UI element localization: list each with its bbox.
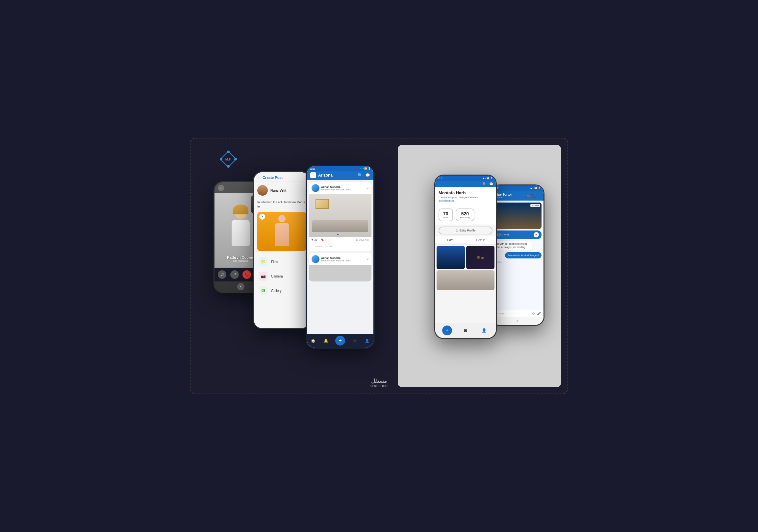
post-username: Nunc Velit [270, 189, 286, 192]
create-post-header: ← Create Post [254, 172, 310, 182]
profile-img-art [466, 246, 495, 269]
likes-count: 20 [315, 238, 318, 241]
profile-img-ocean [436, 246, 465, 269]
chevron-up-icon[interactable]: ∧ [516, 318, 519, 323]
profile-stats: 70 Post 520 Following [435, 205, 496, 224]
options-list: 📁 Files 📷 Camera 🖼 Gallery [254, 253, 310, 328]
play-button[interactable]: ▶ [534, 232, 539, 237]
image-badge: 10.44 M [530, 204, 540, 207]
post-user-1: Adrian Gonzala Hendrerit Nec Fringilla L… [312, 184, 351, 192]
phone-icon[interactable]: 📞 [532, 194, 535, 198]
speaker-button[interactable]: 🔊 [218, 270, 226, 279]
feed-header-icons: 🔍 💬 [358, 173, 370, 178]
like-section-1[interactable]: ♥ 20 🔖 [312, 238, 324, 241]
svg-text:M.H: M.H [225, 157, 231, 161]
attachment-icon[interactable]: 📎 [531, 312, 535, 315]
dot-active [337, 234, 338, 235]
mute-button[interactable]: 🎤 [230, 270, 239, 279]
feed-nav: 🏠 🔔 + ⊞ 👤 [307, 334, 373, 348]
chat-messages: 10.44 M [491, 201, 543, 310]
search-icon[interactable]: 🔍 [358, 173, 362, 178]
posts-label: Post [443, 216, 448, 219]
nav-notifications[interactable]: 🔔 [323, 337, 330, 344]
voice-duration: 00:15 [504, 234, 509, 236]
feed-scroll: Adrian Gonzala Hendrerit Nec Fringilla L… [307, 180, 373, 334]
files-option[interactable]: 📁 Files [254, 254, 310, 269]
typing-indicator: typing... [493, 260, 541, 264]
profile-icons-row: 🔍 💬 [435, 181, 496, 187]
chat-nav: ∧ [491, 317, 543, 325]
svg-point-3 [220, 158, 223, 160]
comment-box-1[interactable]: Write A Comment... [312, 244, 369, 249]
chat-image: 10.44 M [493, 203, 541, 229]
back-arrow-icon[interactable]: ← [257, 176, 260, 180]
close-call-button[interactable]: ✕ [237, 283, 244, 290]
watermark-arabic: مستقل [370, 378, 389, 384]
back-button[interactable]: ← [218, 185, 224, 191]
image-preview: ✕ ⌄ [257, 212, 306, 251]
post-close-2[interactable]: ✕ [366, 257, 369, 261]
profile-nav-user[interactable]: 👤 [479, 325, 489, 335]
gallery-option[interactable]: 🖼 Gallery [254, 283, 310, 298]
stat-following: 520 Following [456, 209, 475, 221]
post-text: In Interdum In Lect Habitasse Metus. In [254, 199, 310, 210]
post-username-1: Adrian Gonzala [321, 185, 351, 188]
profile-handle[interactable]: @Suspendisse [438, 200, 493, 202]
watermark: مستقل mostaql.com [370, 378, 389, 388]
profile-search-icon[interactable]: 🔍 [483, 182, 487, 186]
chat-icon[interactable]: 💬 [365, 173, 370, 178]
phone-create-post: ← Create Post Nunc Velit In Interdum In … [253, 171, 311, 329]
profile-images-grid [435, 245, 496, 323]
tab-post[interactable]: Post [435, 236, 465, 244]
svg-point-1 [227, 150, 230, 153]
nav-add-button[interactable]: + [335, 336, 345, 346]
profile-nav-add[interactable]: + [442, 325, 452, 335]
following-count: 520 [460, 211, 470, 216]
chat-input-area: Message 📎 🎤 [491, 310, 543, 317]
post-user-2: Adrian Gonzala Hendrerit Nec Fringilla L… [312, 255, 351, 263]
more-icon[interactable]: ⋮ [537, 194, 541, 198]
message-input[interactable]: Message [494, 312, 530, 315]
post-image-1 [309, 194, 371, 237]
camera-option[interactable]: 📷 Camera [254, 269, 310, 283]
profile-tabs: Post Details [435, 236, 496, 245]
create-post-title: Create Post [262, 176, 283, 180]
camera-icon: 📷 [258, 272, 268, 281]
post-user-preview: Nunc Velit [254, 182, 310, 199]
chat-header: Vitae Tortor Online ● 📹 📞 ⋮ [491, 191, 543, 201]
profile-role: UX/UI Designer | Google Certified [438, 196, 493, 199]
post-subtitle-1: Hendrerit Nec Fringilla Lacus [321, 188, 351, 191]
heart-icon: ♥ [312, 238, 313, 241]
post-close-1[interactable]: ✕ [366, 186, 369, 190]
voice-message[interactable]: 00:15 ▶ [493, 230, 541, 239]
nav-grid[interactable]: ⊞ [351, 337, 358, 344]
expand-icon: ⌄ [302, 246, 304, 249]
edit-profile-button[interactable]: ⊙ Edite Profile [438, 226, 493, 234]
phones-container: ← 00:23 [207, 165, 551, 377]
watermark-domain: mostaql.com [370, 384, 389, 388]
phone-chat: 11:11 ▲ ▪ 📶 🔋 Vitae Tortor Online ● 📹 📞 … [490, 184, 544, 326]
post-header-2: Adrian Gonzala Hendrerit Nec Fringilla L… [309, 253, 371, 265]
post-image-2 [309, 265, 371, 282]
bookmark-icon[interactable]: 🔖 [321, 238, 324, 241]
files-icon: 📁 [258, 257, 268, 266]
profile-chat-icon[interactable]: 💬 [489, 182, 493, 186]
profile-img-sofa [436, 270, 495, 290]
tab-details[interactable]: Details [466, 236, 496, 244]
post-dots-1 [337, 234, 343, 235]
nav-profile[interactable]: 👤 [363, 337, 371, 344]
end-call-button[interactable]: 📞 [242, 270, 251, 279]
video-icon[interactable]: 📹 [526, 194, 530, 198]
profile-nav: + ⊞ 👤 [435, 323, 496, 338]
post-subtitle-2: Hendrerit Nec Fringilla Lacus [321, 259, 351, 262]
status-bar-icons: ▲ ▪ 📶 🔋 [360, 167, 371, 170]
post-actions-1: ♥ 20 🔖 10 Days Ago [309, 237, 371, 243]
profile-status-time: 11:11 [438, 177, 444, 180]
outer-frame: M.H ← 00:23 [190, 138, 568, 394]
profile-nav-grid[interactable]: ⊞ [461, 325, 470, 335]
mic-icon[interactable]: 🎤 [537, 312, 541, 315]
phone-feed: 11:11 ▲ ▪ 📶 🔋 Arizona 🔍 💬 [306, 165, 375, 349]
post-header-1: Adrian Gonzala Hendrerit Nec Fringilla L… [309, 182, 371, 194]
chat-header-icons: 📹 📞 ⋮ [526, 194, 541, 198]
nav-home[interactable]: 🏠 [310, 337, 317, 344]
